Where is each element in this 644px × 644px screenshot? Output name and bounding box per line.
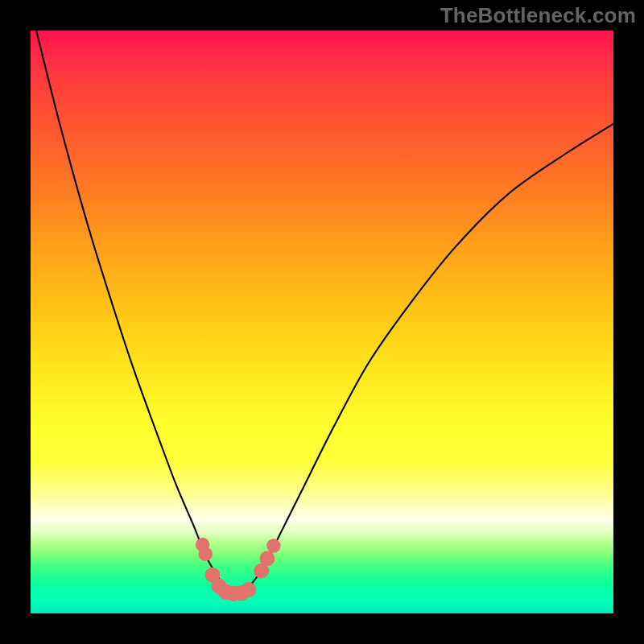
curve-marker — [241, 582, 256, 597]
watermark-text: TheBottleneck.com — [440, 3, 636, 28]
curve-marker — [199, 547, 213, 561]
curve-marker — [266, 539, 280, 552]
bottleneck-curve — [31, 31, 613, 594]
curve-marker — [260, 551, 275, 567]
curve-markers — [196, 538, 281, 601]
plot-area — [31, 31, 613, 613]
chart-frame: TheBottleneck.com — [0, 0, 644, 644]
curve-layer — [31, 31, 613, 613]
